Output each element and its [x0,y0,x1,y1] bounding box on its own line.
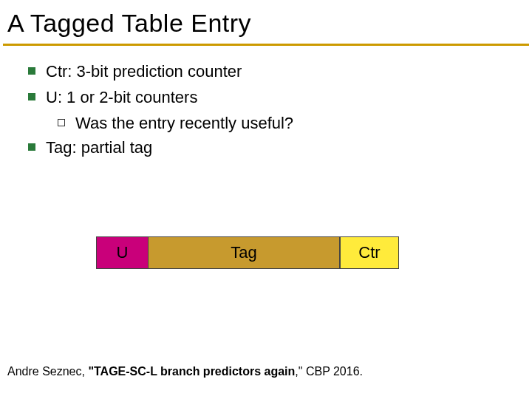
field-tag: Tag [148,236,340,269]
bullet-text: U: 1 or 2-bit counters [46,85,197,109]
entry-diagram: U Tag Ctr [96,236,399,269]
list-item: Was the entry recently useful? [58,111,517,135]
bullet-text: Was the entry recently useful? [75,111,293,135]
citation-author: Andre Seznec, [7,365,88,378]
sub-list: Was the entry recently useful? [28,111,517,135]
bullet-hollow-square-icon [58,119,65,126]
citation-tail: ," CBP 2016. [295,365,363,378]
field-u: U [96,236,148,269]
bullet-text: Ctr: 3-bit prediction counter [46,59,242,83]
field-ctr: Ctr [340,236,399,269]
title-underline [3,44,529,46]
bullet-text: Tag: partial tag [46,135,152,160]
bullet-list: Ctr: 3-bit prediction counter U: 1 or 2-… [0,59,532,160]
bullet-square-icon [28,143,35,151]
bullet-square-icon [28,93,35,100]
list-item: Tag: partial tag [28,135,517,160]
list-item: Ctr: 3-bit prediction counter [28,59,517,83]
slide-title: A Tagged Table Entry [0,0,532,44]
bullet-square-icon [28,67,35,75]
list-item: U: 1 or 2-bit counters [28,85,517,109]
citation-title: "TAGE-SC-L branch predictors again [88,365,295,378]
citation: Andre Seznec, "TAGE-SC-L branch predicto… [7,365,363,378]
